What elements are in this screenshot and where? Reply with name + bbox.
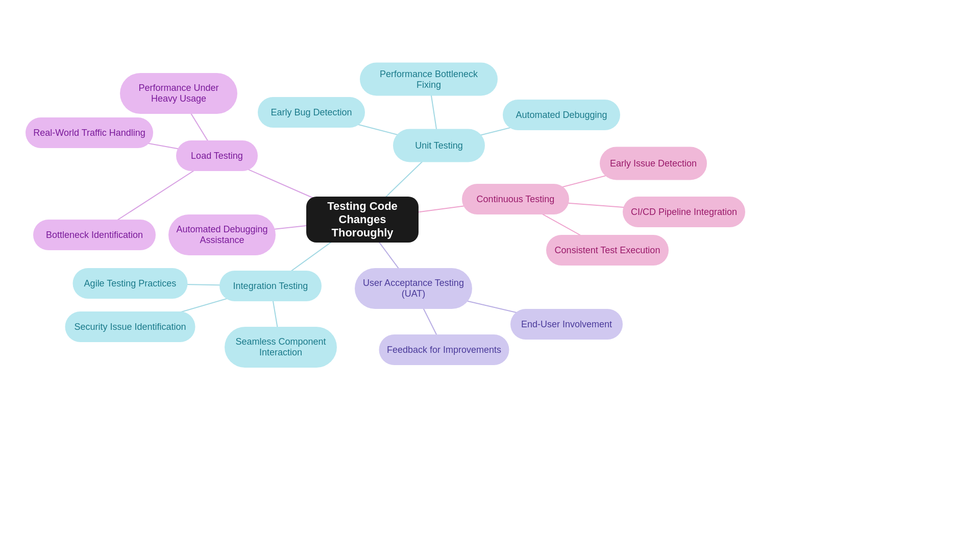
node-seamless-component: Seamless Component Interaction [225,327,337,368]
label-performance-bottleneck-fixing: Performance Bottleneck Fixing [367,68,491,90]
label-integration-testing: Integration Testing [233,281,308,292]
label-real-world-traffic: Real-World Traffic Handling [33,128,145,138]
node-early-bug-detection: Early Bug Detection [258,97,365,128]
label-early-bug-detection: Early Bug Detection [271,107,352,118]
label-load-testing: Load Testing [191,151,243,161]
node-load-testing: Load Testing [176,140,258,171]
node-bottleneck-identification: Bottleneck Identification [33,220,156,250]
node-continuous-testing: Continuous Testing [462,184,569,214]
node-real-world-traffic: Real-World Traffic Handling [26,117,153,148]
label-consistent-test-execution: Consistent Test Execution [555,245,660,256]
label-seamless-component: Seamless Component Interaction [232,336,330,358]
label-end-user-involvement: End-User Involvement [521,319,612,330]
label-agile-testing: Agile Testing Practices [84,278,177,289]
node-automated-debugging: Automated Debugging [503,100,620,130]
label-early-issue-detection: Early Issue Detection [610,158,697,169]
label-automated-debugging: Automated Debugging [516,110,607,121]
label-uat: User Acceptance Testing (UAT) [362,278,465,299]
node-performance-bottleneck-fixing: Performance Bottleneck Fixing [360,63,498,96]
center-label: Testing Code Changes Thoroughly [306,200,419,239]
node-integration-testing: Integration Testing [219,271,322,301]
node-cicd-pipeline: CI/CD Pipeline Integration [623,197,745,227]
node-uat: User Acceptance Testing (UAT) [355,268,472,309]
label-feedback-improvements: Feedback for Improvements [387,345,501,355]
node-security-issue: Security Issue Identification [65,311,195,342]
node-agile-testing: Agile Testing Practices [73,268,188,299]
label-security-issue: Security Issue Identification [74,322,186,332]
node-early-issue-detection: Early Issue Detection [600,147,707,180]
label-unit-testing: Unit Testing [415,140,463,151]
label-performance-heavy-usage: Performance Under Heavy Usage [127,83,230,104]
label-bottleneck-identification: Bottleneck Identification [46,230,143,241]
node-consistent-test-execution: Consistent Test Execution [546,235,669,266]
label-cicd-pipeline: CI/CD Pipeline Integration [631,207,737,218]
node-unit-testing: Unit Testing [393,129,485,162]
node-performance-heavy-usage: Performance Under Heavy Usage [120,73,237,114]
label-automated-debugging-assistance: Automated Debugging Assistance [176,224,268,246]
center-node: Testing Code Changes Thoroughly [306,197,419,243]
node-feedback-improvements: Feedback for Improvements [379,334,509,365]
label-continuous-testing: Continuous Testing [477,194,555,205]
node-end-user-involvement: End-User Involvement [510,309,623,340]
node-automated-debugging-assistance: Automated Debugging Assistance [168,214,276,255]
